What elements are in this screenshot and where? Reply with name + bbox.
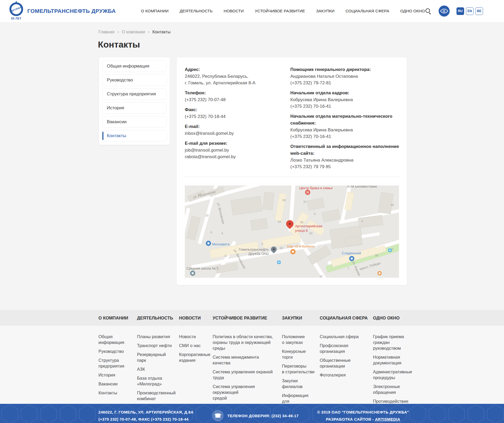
developer-link[interactable]: ARTISMEDIA [375, 417, 400, 421]
logo-circle-text: ДРУЖБА [11, 6, 22, 12]
footer-link[interactable]: Корпоративные издания [179, 352, 208, 363]
footer-link[interactable]: Система управления окружающей средой [213, 384, 278, 401]
footer-link[interactable]: Конкурсные торги [282, 348, 316, 360]
nav-item-procurement[interactable]: ЗАКУПКИ [316, 9, 334, 13]
bus-stop-icon[interactable] [277, 261, 281, 264]
marker-hospital-icon[interactable]: H [305, 190, 310, 195]
email-rabota-link[interactable]: rabota@transoil.gomel.by [185, 153, 290, 160]
sidebar-item-structure[interactable]: Структура предприятия [102, 88, 167, 100]
marker-shop-sweet-icon[interactable] [349, 256, 354, 261]
footer-link[interactable]: Общественные организации [320, 357, 369, 369]
marker-school-icon[interactable] [190, 271, 195, 276]
contact-block-fax: Факс: (+375 232) 70-18-44 [185, 106, 290, 120]
footer-link[interactable]: Положение о закупках [282, 334, 316, 345]
footer-title-procurement[interactable]: ЗАКУПКИ [282, 316, 320, 321]
contacts-column-left: Адрес: 246022, Республика Беларусь, г. Г… [185, 66, 290, 173]
footer-link[interactable]: Производственный комбинат [137, 390, 175, 401]
sidebar-item-vacancies[interactable]: Вакансии [102, 116, 167, 128]
footer-link[interactable]: Планы развития [137, 334, 175, 339]
email-job-link[interactable]: job@transoil.gomel.by [185, 147, 290, 153]
marker-bar-icon[interactable] [290, 249, 296, 254]
sidebar-item-history[interactable]: История [102, 102, 167, 114]
nav-item-one-window[interactable]: ОДНО ОКНО [400, 9, 425, 13]
map-building [344, 236, 361, 247]
divider [185, 177, 399, 177]
map-house-number: 6 [211, 231, 212, 234]
lang-be-button[interactable]: BE [475, 7, 483, 15]
nav-item-news[interactable]: НОВОСТИ [224, 9, 244, 13]
eye-pupil-icon [443, 10, 445, 12]
footer-link[interactable]: Система управления охраной труда [213, 369, 278, 380]
contacts-column-right: Помощник генерального директора: Андриан… [290, 66, 399, 173]
footer-link[interactable]: Вакансии [98, 381, 133, 387]
footer-link[interactable]: Нормативная документация [373, 354, 421, 366]
map-label-center: Центр брака и семьи [299, 186, 333, 190]
footer-link[interactable]: Административные процедуры [373, 369, 421, 380]
contact-block-webmaster: Ответственный за информационное наполнен… [290, 143, 399, 170]
footer-link[interactable]: Контакты [98, 390, 133, 396]
footer-link[interactable]: Переговоры в строительстве [282, 363, 316, 375]
nav-item-social[interactable]: СОЦИАЛЬНАЯ СФЕРА [345, 9, 389, 13]
breadcrumb: Главная > О компании > Контакты [98, 29, 504, 35]
footer-link[interactable]: Система менеджмента качества [213, 354, 278, 366]
nav-item-activity[interactable]: ДЕЯТЕЛЬНОСТЬ [180, 9, 213, 13]
footer-link[interactable]: График приема граждан руководством [373, 334, 421, 351]
map-house-number: 19 [205, 214, 208, 217]
map-house-number: 11 [224, 254, 227, 257]
email-link[interactable]: inbox@transoil.gomel.by [185, 130, 290, 137]
footer-title-one-window[interactable]: ОДНО ОКНО [373, 316, 426, 321]
contact-block-supply: Начальник отдела материально-техническог… [290, 113, 399, 140]
map-house-number: 44 [278, 220, 281, 223]
footer-link[interactable]: АЗК [137, 366, 175, 372]
nav-item-about[interactable]: О КОМПАНИИ [141, 9, 169, 13]
footer-link[interactable]: Руководство [98, 348, 133, 354]
footer-link[interactable]: Электронные обращения [373, 384, 421, 395]
contact-block-hr: Начальник отдела кадров: Кобрусева Ирина… [290, 90, 399, 110]
footer-link[interactable]: Общая информация [98, 334, 133, 345]
footer-link[interactable]: Фотогалерея [320, 372, 369, 378]
breadcrumb-about[interactable]: О компании [122, 30, 145, 34]
footer-link[interactable]: Закупки филиалов [282, 378, 316, 389]
footer-link[interactable]: Транспорт нефти [137, 343, 175, 348]
footer-title-news[interactable]: НОВОСТИ [179, 316, 213, 321]
footer-link[interactable]: Резервуарный парк [137, 352, 175, 363]
map[interactable]: ул. Рогачёвская ул. Ветковская ул. Ветко… [185, 185, 399, 278]
map-house-number: 53 [309, 232, 312, 235]
map-house-number: 3 [392, 247, 393, 251]
footer-title-social[interactable]: СОЦИАЛЬНАЯ СФЕРА [320, 316, 373, 321]
contact-block-email: E-mail: inbox@transoil.gomel.by [185, 123, 290, 137]
logo-anniversary: 55 ЛЕТ [11, 17, 21, 20]
map-house-number: 9 [261, 242, 263, 245]
company-logo[interactable]: ДРУЖБА 55 ЛЕТ [9, 2, 23, 20]
breadcrumb-separator: > [148, 30, 150, 34]
footer-title-about[interactable]: О КОМПАНИИ [98, 316, 137, 321]
footer-title-sustainable[interactable]: УСТОЙЧИВОЕ РАЗВИТИЕ [213, 316, 282, 321]
sidebar-item-management[interactable]: Руководство [102, 74, 167, 86]
section-sidebar: Общая информация Руководство Структура п… [99, 57, 170, 145]
map-house-number: 42 [280, 246, 283, 250]
map-house-number: 59 [282, 199, 286, 202]
contacts-card: Адрес: 246022, Республика Беларусь, г. Г… [177, 57, 407, 285]
lang-ru-button[interactable]: RU [456, 7, 464, 15]
sidebar-item-contacts[interactable]: Контакты [102, 130, 167, 142]
sidebar-item-general-info[interactable]: Общая информация [102, 60, 167, 72]
footer-title-activity[interactable]: ДЕЯТЕЛЬНОСТЬ [137, 316, 179, 321]
footer-link[interactable]: История [98, 372, 133, 378]
footer-link[interactable]: СМИ о нас [179, 343, 208, 348]
map-label-school: Средняя школа № 5 [186, 266, 218, 271]
marker-cafe-icon[interactable] [377, 271, 382, 275]
footer-link[interactable]: Социальная сфера [320, 334, 369, 339]
footer-link[interactable]: Новости [179, 334, 208, 339]
nav-item-sustainable[interactable]: УСТОЙЧИВОЕ РАЗВИТИЕ [255, 9, 305, 13]
footer-nav-titles: О КОМПАНИИ ДЕЯТЕЛЬНОСТЬ НОВОСТИ УСТОЙЧИВ… [0, 310, 504, 326]
marker-shop-milk-icon[interactable] [206, 241, 211, 246]
footer-link[interactable]: Политика в области качества, охраны труд… [213, 334, 278, 351]
bus-stop-icon[interactable] [388, 249, 392, 252]
footer-copyright: © 2019 ОАО "ГОМЕЛЬТРАНСНЕФТЬ ДРУЖБА" [317, 409, 409, 416]
footer-link[interactable]: Структура предприятия [98, 357, 133, 369]
breadcrumb-home[interactable]: Главная [98, 30, 114, 34]
accessibility-eye-icon[interactable] [439, 6, 450, 17]
footer-link[interactable]: Профсоюзная организация [320, 343, 369, 354]
lang-en-button[interactable]: EN [466, 7, 474, 15]
footer-link[interactable]: База отдыха «Милоград» [137, 375, 175, 387]
